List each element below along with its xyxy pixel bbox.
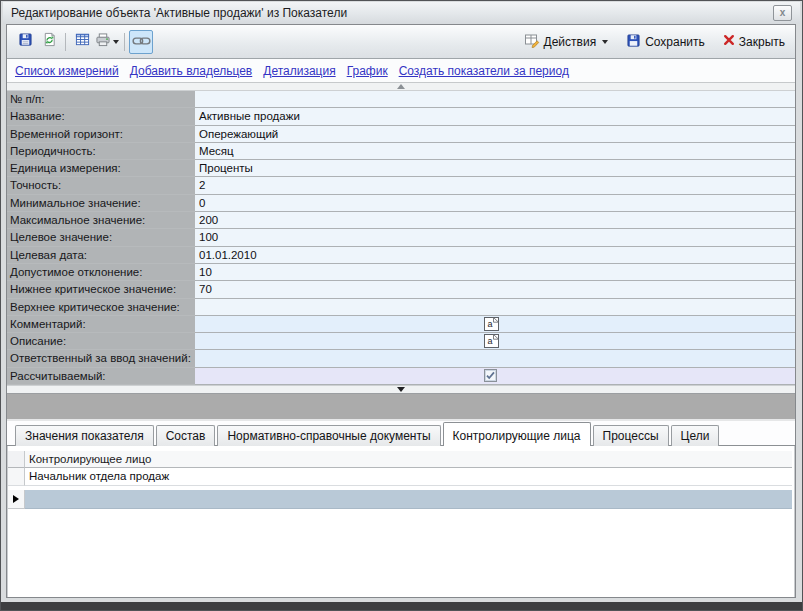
form-row: Ответственный за ввод значений:: [7, 350, 795, 367]
field-value-text: 70: [199, 281, 795, 297]
field-label: Ответственный за ввод значений:: [7, 350, 195, 367]
linkbar-link-1[interactable]: Список измерений: [15, 64, 119, 78]
field-label: Допустимое отклонение:: [7, 264, 195, 281]
grid-row-selected[interactable]: [8, 490, 792, 509]
row-gutter: [8, 490, 25, 509]
field-value[interactable]: Опережающий: [195, 126, 795, 143]
close-icon: x: [780, 7, 786, 18]
refresh-tool-button[interactable]: [37, 30, 61, 54]
tab-6[interactable]: Цели: [671, 425, 720, 446]
field-value-text: 2: [199, 177, 795, 193]
field-value-text: 100: [199, 229, 795, 245]
field-label: Максимальное значение:: [7, 212, 195, 229]
save-icon: [18, 32, 33, 51]
tab-strip: Значения показателяСоставНормативно-спра…: [7, 421, 795, 446]
splitter-area: [7, 394, 795, 421]
field-value[interactable]: [195, 91, 795, 108]
form-row: Допустимое отклонение:10: [7, 264, 795, 281]
field-value-text: 10: [199, 264, 795, 280]
field-value[interactable]: Проценты: [195, 160, 795, 177]
save-icon: [626, 33, 641, 51]
field-value[interactable]: 100: [195, 229, 795, 246]
save-tool-button[interactable]: [13, 30, 37, 54]
field-value[interactable]: Активные продажи: [195, 108, 795, 125]
calculated-checkbox[interactable]: [484, 369, 497, 382]
field-value[interactable]: 70: [195, 281, 795, 298]
field-label: Целевое значение:: [7, 229, 195, 246]
field-value[interactable]: 10: [195, 264, 795, 281]
tab-1[interactable]: Значения показателя: [15, 425, 154, 446]
scroll-up-icon: [397, 84, 405, 89]
field-value[interactable]: Месяц: [195, 143, 795, 160]
print-tool-button[interactable]: [94, 30, 120, 54]
linkbar-link-4[interactable]: График: [347, 64, 388, 78]
field-label: Название:: [7, 108, 195, 125]
field-label: Описание:: [7, 333, 195, 350]
field-value-text: Проценты: [199, 160, 795, 176]
form-scroll-down[interactable]: [7, 385, 795, 394]
tab-5[interactable]: Процессы: [593, 425, 669, 446]
form-row: Точность:2: [7, 177, 795, 194]
dialog-window: Редактирование объекта 'Активные продажи…: [0, 0, 803, 611]
svg-text:a: a: [487, 319, 492, 329]
linkbar-link-3[interactable]: Детализация: [263, 64, 335, 78]
grid-cell: Начальник отдела продаж: [25, 468, 792, 486]
memo-editor-button[interactable]: a: [484, 317, 499, 331]
form-row: Целевое значение:100: [7, 229, 795, 246]
save-button[interactable]: Сохранить: [622, 31, 709, 53]
field-value[interactable]: 2: [195, 177, 795, 194]
grid-header-row: Контролирующее лицо: [8, 451, 792, 468]
field-label: Точность:: [7, 177, 195, 194]
linkbar-link-2[interactable]: Добавить владельцев: [130, 64, 252, 78]
field-value-text: Опережающий: [199, 126, 795, 142]
memo-editor-button[interactable]: a: [484, 334, 499, 348]
form-row: Рассчитываемый:: [7, 368, 795, 385]
link-menu-bar: Список измеренийДобавить владельцевДетал…: [7, 59, 795, 83]
form-row: Единица измерения:Проценты: [7, 160, 795, 177]
window-close-button[interactable]: x: [773, 5, 792, 21]
grid-row[interactable]: Начальник отдела продаж: [8, 468, 792, 486]
grid-view-tool-button[interactable]: [70, 30, 94, 54]
field-label: Целевая дата:: [7, 247, 195, 264]
toolbar-right-group: Действия Сохранить Закрыть: [520, 31, 789, 53]
linkbar-link-5[interactable]: Создать показатели за период: [399, 64, 569, 78]
field-value[interactable]: [195, 350, 795, 367]
tab-panel: Контролирующее лицо Начальник отдела про…: [7, 446, 795, 597]
window-title: Редактирование объекта 'Активные продажи…: [3, 6, 347, 20]
field-value[interactable]: 200: [195, 212, 795, 229]
close-x-icon: [723, 34, 735, 49]
field-value[interactable]: a: [195, 316, 795, 333]
field-value[interactable]: 01.01.2010: [195, 247, 795, 264]
refresh-icon: [42, 32, 57, 51]
field-label: Единица измерения:: [7, 160, 195, 177]
field-value-text: 200: [199, 212, 795, 228]
field-value-text: 0: [199, 195, 795, 211]
row-marker-icon: [13, 495, 19, 503]
grid-column-header[interactable]: Контролирующее лицо: [25, 451, 792, 468]
tab-2[interactable]: Состав: [156, 425, 216, 446]
field-label: Периодичность:: [7, 143, 195, 160]
print-icon: [95, 33, 111, 51]
field-value[interactable]: [195, 299, 795, 316]
svg-text:a: a: [487, 336, 492, 346]
actions-button-label: Действия: [544, 35, 597, 49]
field-value-text: Активные продажи: [199, 108, 795, 124]
field-label: Минимальное значение:: [7, 195, 195, 212]
tab-4[interactable]: Контролирующие лица: [443, 422, 591, 446]
field-value[interactable]: 0: [195, 195, 795, 212]
form-row: Максимальное значение:200: [7, 212, 795, 229]
close-button[interactable]: Закрыть: [719, 32, 789, 51]
form-row: Комментарий: a: [7, 316, 795, 333]
form-row: № п/п:: [7, 91, 795, 108]
actions-button[interactable]: Действия: [520, 31, 613, 53]
row-gutter: [8, 468, 25, 486]
link-tool-button[interactable]: [129, 30, 153, 54]
form-row: Периодичность:Месяц: [7, 143, 795, 160]
grid-cell: [25, 490, 792, 509]
tab-3[interactable]: Нормативно-справочные документы: [217, 425, 440, 446]
form-row: Временной горизонт:Опережающий: [7, 126, 795, 143]
field-value[interactable]: [195, 368, 795, 385]
form-row: Название:Активные продажи: [7, 108, 795, 125]
field-value[interactable]: a: [195, 333, 795, 350]
form-scroll-up[interactable]: [7, 83, 795, 91]
